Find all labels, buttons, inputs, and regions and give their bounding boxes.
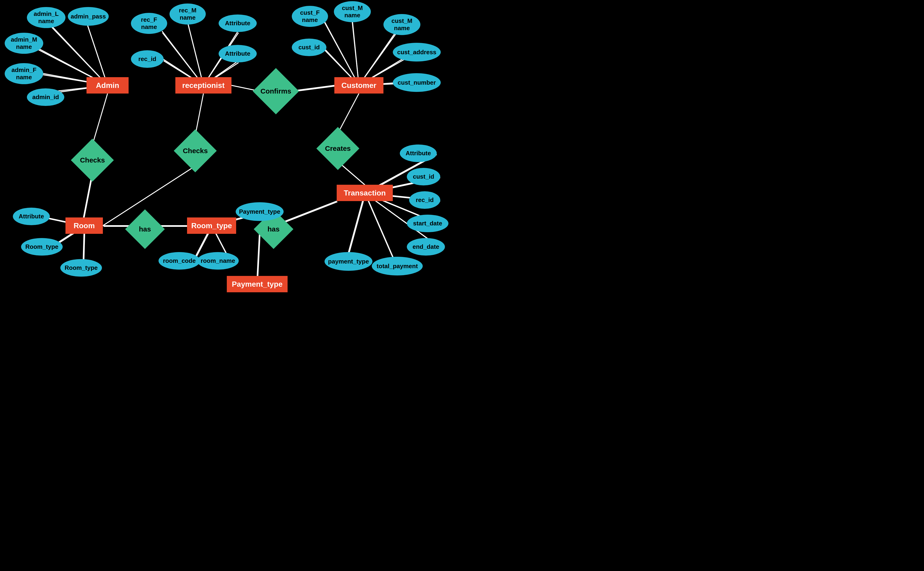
attribute-rec-id: rec_id xyxy=(131,50,164,68)
attribute-trans-end-date: end_date xyxy=(407,238,445,256)
attribute-trans-cust-id: cust_id xyxy=(407,168,440,185)
attribute-trans-attr: Attribute xyxy=(400,145,437,162)
svg-line-35 xyxy=(84,175,93,218)
attribute-cust-number: cust_number xyxy=(393,73,441,92)
attribute-trans-start-date: start_date xyxy=(407,215,449,232)
attribute-admin-mname: admin_M name xyxy=(5,33,43,54)
svg-line-32 xyxy=(93,94,108,145)
attribute-admin-lname: admin_L name xyxy=(27,7,65,28)
attribute-cust-mname1: cust_M name xyxy=(334,1,371,22)
attribute-rec-attr2: Attribute xyxy=(219,45,257,62)
entity-customer: Customer xyxy=(334,77,383,94)
attribute-rec-mname: rec_M name xyxy=(170,3,206,25)
attribute-trans-rec-id: rec_id xyxy=(409,191,440,209)
attribute-cust-id: cust_id xyxy=(292,39,326,56)
attribute-cust-fname: cust_F name xyxy=(292,6,328,27)
entity-room: Room xyxy=(65,218,103,234)
attribute-admin-pass: admin_pass xyxy=(68,7,109,26)
attribute-room-name: room_name xyxy=(197,252,239,270)
attribute-cust-address: cust_address xyxy=(393,43,441,62)
svg-line-36 xyxy=(83,175,92,218)
attribute-rec-fname: rec_F name xyxy=(131,13,167,34)
attribute-trans-payment-type: payment_type xyxy=(324,252,372,271)
attribute-admin-id: admin_id xyxy=(27,88,64,106)
entity-admin: Admin xyxy=(86,77,129,94)
entity-room-type: Room_type xyxy=(187,218,236,234)
entity-receptionist: receptionist xyxy=(175,77,231,94)
attribute-trans-total-payment: total_payment xyxy=(372,257,423,275)
attribute-room-type2: Room_type xyxy=(60,259,102,276)
attribute-cust-mname2: cust_M name xyxy=(383,14,420,35)
attribute-rec-attr1: Attribute xyxy=(219,14,257,32)
erd-diagram: Admin receptionist Customer Room Room_ty… xyxy=(0,0,924,571)
attribute-room-code: room_code xyxy=(159,252,200,270)
svg-line-54 xyxy=(349,193,365,253)
attribute-room-attr: Attribute xyxy=(13,208,50,225)
connection-lines xyxy=(0,0,924,571)
attribute-admin-fname: admin_F name xyxy=(5,63,43,84)
svg-line-41 xyxy=(338,94,359,133)
attribute-room-type1: Room_type xyxy=(21,238,63,256)
svg-line-55 xyxy=(349,194,366,253)
attribute-payment-type-rt: Payment_type xyxy=(236,202,284,221)
svg-line-34 xyxy=(195,94,204,136)
entity-transaction: Transaction xyxy=(337,185,393,201)
entity-payment-type: Payment_type xyxy=(227,276,288,292)
